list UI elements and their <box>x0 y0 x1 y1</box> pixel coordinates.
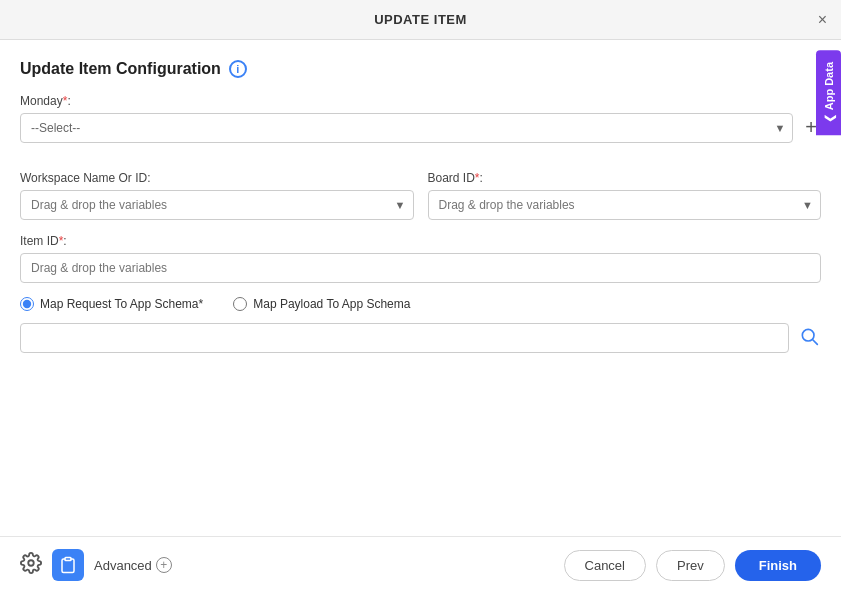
item-id-field-group: Item ID*: <box>20 234 821 283</box>
search-row <box>20 323 821 353</box>
workspace-field-group: Workspace Name Or ID: ▼ <box>20 171 414 220</box>
content-area: Update Item Configuration i Monday*: --S… <box>0 40 841 536</box>
monday-select-wrapper: --Select-- ▼ <box>20 113 793 143</box>
advanced-label[interactable]: Advanced + <box>94 557 172 573</box>
cancel-button[interactable]: Cancel <box>564 550 646 581</box>
search-icon <box>799 326 819 346</box>
radio-group: Map Request To App Schema* Map Payload T… <box>20 297 821 311</box>
search-input[interactable] <box>20 323 789 353</box>
board-id-label: Board ID*: <box>428 171 822 185</box>
radio-map-request-input[interactable] <box>20 297 34 311</box>
workspace-label: Workspace Name Or ID: <box>20 171 414 185</box>
title-bar: UPDATE ITEM × <box>0 0 841 40</box>
radio-map-payload[interactable]: Map Payload To App Schema <box>233 297 410 311</box>
footer: Advanced + Cancel Prev Finish <box>0 536 841 593</box>
finish-button[interactable]: Finish <box>735 550 821 581</box>
board-id-input[interactable] <box>428 190 822 220</box>
monday-field-group: Monday*: --Select-- ▼ + <box>20 94 821 157</box>
board-id-input-wrapper: ▼ <box>428 190 822 220</box>
gear-icon[interactable] <box>20 552 42 579</box>
modal-container: UPDATE ITEM × ❮ App Data Update Item Con… <box>0 0 841 593</box>
gear-svg <box>20 552 42 574</box>
advanced-plus-icon: + <box>156 557 172 573</box>
svg-rect-3 <box>65 558 71 561</box>
app-data-tab[interactable]: ❮ App Data <box>816 50 841 135</box>
app-data-label: App Data <box>823 62 835 110</box>
app-data-chevron: ❮ <box>822 114 835 123</box>
monday-row: --Select-- ▼ + <box>20 113 821 143</box>
svg-line-1 <box>813 339 818 344</box>
item-id-label: Item ID*: <box>20 234 821 248</box>
clipboard-svg <box>59 556 77 574</box>
search-icon-button[interactable] <box>797 324 821 353</box>
svg-point-2 <box>28 560 34 566</box>
radio-map-request-label: Map Request To App Schema* <box>40 297 203 311</box>
close-button[interactable]: × <box>818 12 827 28</box>
footer-left: Advanced + <box>20 549 172 581</box>
modal-title: UPDATE ITEM <box>374 12 467 27</box>
workspace-input[interactable] <box>20 190 414 220</box>
radio-map-payload-input[interactable] <box>233 297 247 311</box>
clipboard-icon[interactable] <box>52 549 84 581</box>
board-id-field-group: Board ID*: ▼ <box>428 171 822 220</box>
monday-select[interactable]: --Select-- <box>20 113 793 143</box>
page-title-text: Update Item Configuration <box>20 60 221 78</box>
radio-map-request[interactable]: Map Request To App Schema* <box>20 297 203 311</box>
radio-map-payload-label: Map Payload To App Schema <box>253 297 410 311</box>
info-icon[interactable]: i <box>229 60 247 78</box>
page-title-row: Update Item Configuration i <box>20 60 821 78</box>
workspace-input-wrapper: ▼ <box>20 190 414 220</box>
item-id-input[interactable] <box>20 253 821 283</box>
two-col-row: Workspace Name Or ID: ▼ Board ID*: ▼ <box>20 171 821 220</box>
prev-button[interactable]: Prev <box>656 550 725 581</box>
monday-label: Monday*: <box>20 94 821 108</box>
footer-right: Cancel Prev Finish <box>564 550 821 581</box>
